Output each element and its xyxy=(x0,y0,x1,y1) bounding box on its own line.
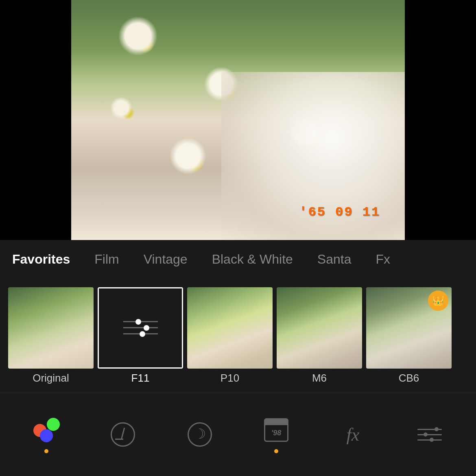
filter-p10-thumb[interactable] xyxy=(187,287,273,369)
crown-badge: 👑 xyxy=(428,290,448,311)
fx-icon: fx xyxy=(338,420,367,449)
slider-track-3 xyxy=(123,333,158,334)
dot-blue xyxy=(40,429,53,442)
photo-canvas: '65 09 11 xyxy=(71,0,405,240)
effects-icon: ☽ xyxy=(186,420,214,449)
filter-f11-label: F11 xyxy=(131,372,150,384)
filter-original[interactable]: Original xyxy=(8,287,94,384)
filter-f11[interactable]: F11 xyxy=(98,287,183,384)
slider-handle-2 xyxy=(144,325,149,331)
filter-m6-thumb[interactable] xyxy=(277,287,362,369)
filter-cb6-label: CB6 xyxy=(399,372,419,384)
adjust-tool[interactable] xyxy=(109,420,137,449)
settings-icon xyxy=(415,420,444,449)
slider-handle-3 xyxy=(140,331,145,337)
sb-line-3 xyxy=(417,439,442,441)
date-icon: '98 xyxy=(262,416,290,444)
photo-area: '65 09 11 xyxy=(0,0,476,240)
tab-film[interactable]: Film xyxy=(82,248,131,271)
date-stamp: '65 09 11 xyxy=(299,205,380,220)
slider-line-3 xyxy=(123,333,158,334)
circle-slash-icon xyxy=(111,422,135,447)
filter-strip: Original xyxy=(0,279,476,393)
slider-track-2 xyxy=(123,327,158,328)
filter-m6-preview xyxy=(277,287,362,369)
tab-favorites[interactable]: Favorites xyxy=(12,248,82,271)
tab-black-white[interactable]: Black & White xyxy=(200,248,305,271)
moon-symbol: ☽ xyxy=(194,426,206,442)
filter-p10-label: P10 xyxy=(221,372,239,384)
active-indicator xyxy=(44,449,48,453)
filter-p10-preview xyxy=(187,287,273,369)
slider-handle-1 xyxy=(135,319,141,325)
filter-f11-thumb[interactable] xyxy=(98,287,183,369)
sliders-icon xyxy=(123,321,158,334)
filter-cb6-thumb[interactable]: 👑 xyxy=(366,287,452,369)
sb-dot-1 xyxy=(435,427,439,431)
filter-original-label: Original xyxy=(33,372,69,384)
adjust-icon xyxy=(109,420,137,449)
slider-line-2 xyxy=(123,327,158,328)
fx-symbol: fx xyxy=(347,424,360,445)
sb-line-2 xyxy=(417,434,442,435)
filter-f11-preview xyxy=(99,288,182,367)
tab-vintage[interactable]: Vintage xyxy=(131,248,200,271)
filter-cb6[interactable]: 👑 CB6 xyxy=(366,287,452,384)
fx-tool[interactable]: fx xyxy=(338,420,367,449)
color-dots-icon xyxy=(33,418,60,442)
sb-dot-3 xyxy=(430,438,434,442)
filter-p10[interactable]: P10 xyxy=(187,287,273,384)
filter-tabs: Favorites Film Vintage Black & White San… xyxy=(0,240,476,279)
calendar-body: '98 xyxy=(265,425,287,441)
effects-tool[interactable]: ☽ xyxy=(186,420,214,449)
filter-original-thumb[interactable] xyxy=(8,287,94,369)
color-tool[interactable] xyxy=(32,416,61,453)
filter-m6[interactable]: M6 xyxy=(277,287,362,384)
settings-tool[interactable] xyxy=(415,420,444,449)
sb-dot-2 xyxy=(424,432,428,437)
filter-original-preview xyxy=(8,287,94,369)
color-icon xyxy=(32,416,61,444)
slider-track-1 xyxy=(123,321,158,322)
dot-green xyxy=(47,418,60,431)
date-active-indicator xyxy=(274,449,278,453)
date-tool[interactable]: '98 xyxy=(262,416,290,453)
calendar-header xyxy=(265,419,287,425)
slider-line-1 xyxy=(123,321,158,322)
bottom-toolbar: ☽ '98 fx xyxy=(0,393,476,476)
sliders-bottom-icon xyxy=(417,424,442,446)
calendar-icon: '98 xyxy=(264,418,288,442)
tab-santa[interactable]: Santa xyxy=(305,248,364,271)
moon-icon: ☽ xyxy=(188,422,212,447)
filter-m6-label: M6 xyxy=(312,372,327,384)
tab-fx[interactable]: Fx xyxy=(363,248,402,271)
sb-line-1 xyxy=(417,429,442,430)
